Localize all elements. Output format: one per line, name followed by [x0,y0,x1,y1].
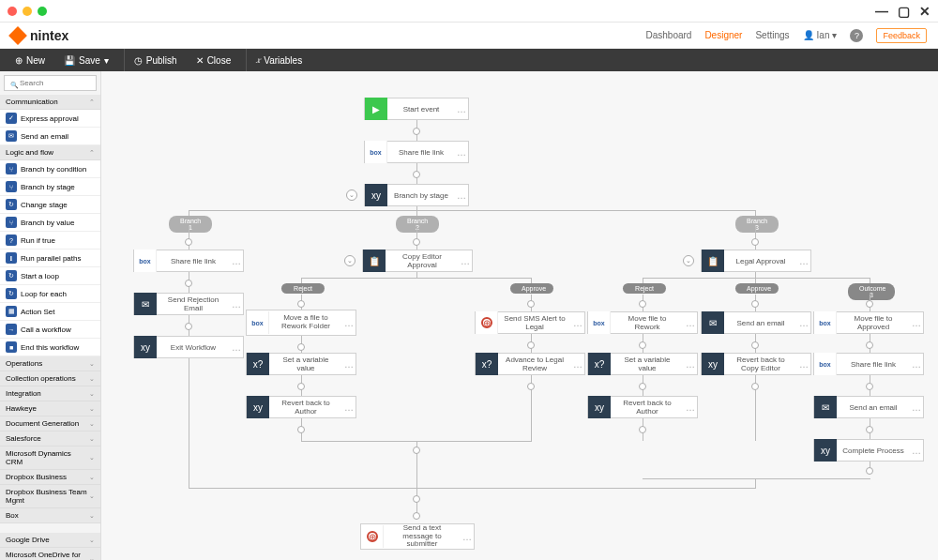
new-button[interactable]: ⊕New [8,49,53,71]
user-menu[interactable]: 👤 Ian ▾ [803,30,838,40]
node-move-rework-folder[interactable]: box Move a file to Rework Folder … [246,310,356,336]
close-window-icon[interactable] [8,7,17,16]
collapse-toggle-icon[interactable]: ⌄ [346,189,357,201]
more-icon[interactable]: … [230,342,243,353]
action-set[interactable]: ▦Action Set [0,303,100,321]
help-icon[interactable]: ? [850,29,863,42]
cat-gdrive[interactable]: Google Drive⌄ [0,533,100,548]
node-move-approved[interactable]: box Move file to Approved … [813,311,924,334]
more-icon[interactable]: … [230,256,243,266]
variables-button[interactable]: 𝑥Variables [246,49,310,71]
cat-dropbox-team[interactable]: Dropbox Business Team Mgmt⌄ [0,485,100,508]
maximize-window-icon[interactable] [38,7,47,16]
more-icon[interactable]: … [684,359,697,370]
collapse-toggle-icon[interactable]: ⌄ [683,255,694,266]
nav-dashboard[interactable]: Dashboard [645,30,691,40]
action-call-workflow[interactable]: →Call a workflow [0,321,100,339]
node-send-text-submitter[interactable]: ⊕ Send a text message to submitter … [360,523,475,550]
action-parallel[interactable]: ⫿Run parallel paths [0,250,100,267]
cat-hawkeye[interactable]: Hawkeye⌄ [0,401,100,416]
more-icon[interactable]: … [230,299,243,310]
cat-logic[interactable]: Logic and flow⌃ [0,145,100,160]
close-button[interactable]: ✕Close [189,49,239,71]
more-icon[interactable]: … [461,532,474,542]
email-icon: ✉ [134,293,157,315]
more-icon[interactable]: … [455,147,468,158]
search-input[interactable] [4,75,97,91]
node-share-file-link[interactable]: box Share file link … [364,141,469,163]
node-send-rejection-email[interactable]: ✉ Send Rejection Email … [133,293,244,315]
node-advance-legal[interactable]: x? Advance to Legal Review … [475,353,585,375]
node-complete-process[interactable]: xy Complete Process … [813,439,924,462]
cat-communication[interactable]: Communication⌃ [0,95,100,110]
nav-settings[interactable]: Settings [755,30,789,40]
more-icon[interactable]: … [342,402,356,413]
more-icon[interactable]: … [910,318,923,328]
node-send-sms-legal[interactable]: ⊕ Send SMS Alert to Legal … [475,311,585,334]
node-start[interactable]: ▶ Start event … [364,98,469,120]
loop-icon: ↻ [6,270,17,281]
action-branch-stage[interactable]: ⑂Branch by stage [0,178,100,196]
cat-onedrive[interactable]: Microsoft OneDrive for Business⌄ [0,548,100,560]
node-branch-by-stage[interactable]: xy Branch by stage … [364,184,469,206]
more-icon[interactable]: … [684,318,697,328]
node-revert-copy-editor[interactable]: xy Revert back to Copy Editor … [701,353,811,375]
more-icon[interactable]: … [342,318,356,328]
if-icon: ? [6,235,17,246]
cat-salesforce[interactable]: Salesforce⌄ [0,431,100,446]
node-revert-author-b3[interactable]: xy Revert back to Author … [587,396,698,418]
node-share-file-link-b1[interactable]: box Share file link … [133,250,244,272]
more-icon[interactable]: … [910,359,923,370]
restore-icon[interactable]: ▢ [898,4,910,19]
collapse-toggle-icon[interactable]: ⌄ [344,255,356,266]
cat-collection-ops[interactable]: Collection operations⌄ [0,371,100,386]
cat-operations[interactable]: Operations⌄ [0,356,100,371]
node-legal-approval[interactable]: 📋 Legal Approval … [701,250,811,272]
more-icon[interactable]: … [797,359,810,370]
action-change-stage[interactable]: ↻Change stage [0,196,100,214]
minimize-icon[interactable]: — [875,4,888,19]
publish-button[interactable]: ◷Publish [124,49,185,71]
cat-dropbox[interactable]: Dropbox Business⌄ [0,470,100,485]
action-branch-condition[interactable]: ⑂Branch by condition [0,160,100,178]
more-icon[interactable]: … [910,446,923,456]
feedback-button[interactable]: Feedback [876,28,927,43]
node-move-to-rework[interactable]: box Move file to Rework … [587,311,698,334]
branch-1-label: Branch 1 [169,216,212,233]
nav-designer[interactable]: Designer [704,30,742,40]
action-loop-each[interactable]: ↻Loop for each [0,285,100,303]
more-icon[interactable]: … [797,256,810,266]
node-exit-workflow[interactable]: xy Exit Workflow … [133,336,244,358]
workflow-canvas[interactable]: ▶ Start event … box Share file link … ⌄ … [101,71,938,560]
more-icon[interactable]: … [455,190,468,201]
more-icon[interactable]: … [571,318,584,328]
cat-docgen[interactable]: Document Generation⌄ [0,416,100,431]
action-end-workflow[interactable]: ■End this workflow [0,339,100,356]
node-send-email-b3[interactable]: ✉ Send an email … [701,311,811,334]
more-icon[interactable]: … [342,359,356,370]
node-send-email-outcome3[interactable]: ✉ Send an email … [813,396,924,418]
more-icon[interactable]: … [455,104,468,114]
cat-mscrm[interactable]: Microsoft Dynamics CRM⌄ [0,446,100,470]
node-revert-author[interactable]: xy Revert back to Author … [246,396,356,418]
action-start-loop[interactable]: ↻Start a loop [0,267,100,285]
more-icon[interactable]: … [571,359,584,370]
action-run-if-true[interactable]: ?Run if true [0,232,100,250]
change-icon: ↻ [6,199,17,210]
save-button[interactable]: 💾Save▾ [56,49,116,71]
action-branch-value[interactable]: ⑂Branch by value [0,214,100,232]
more-icon[interactable]: … [684,402,697,413]
more-icon[interactable]: … [459,256,472,266]
minimize-window-icon[interactable] [23,7,32,16]
more-icon[interactable]: … [797,318,810,328]
node-share-file-link-b3[interactable]: box Share file link … [813,353,924,375]
cat-box[interactable]: Box⌄ [0,508,100,523]
node-set-variable-b3[interactable]: x? Set a variable value … [587,353,698,375]
node-set-variable[interactable]: x? Set a variable value … [246,353,356,375]
more-icon[interactable]: … [910,402,923,413]
action-express-approval[interactable]: ✓Express approval [0,110,100,128]
node-copy-editor-approval[interactable]: 📋 Copy Editor Approval … [362,250,473,272]
action-send-email[interactable]: ✉Send an email [0,128,100,145]
close-icon[interactable]: ✕ [919,4,930,19]
cat-integration[interactable]: Integration⌄ [0,386,100,401]
